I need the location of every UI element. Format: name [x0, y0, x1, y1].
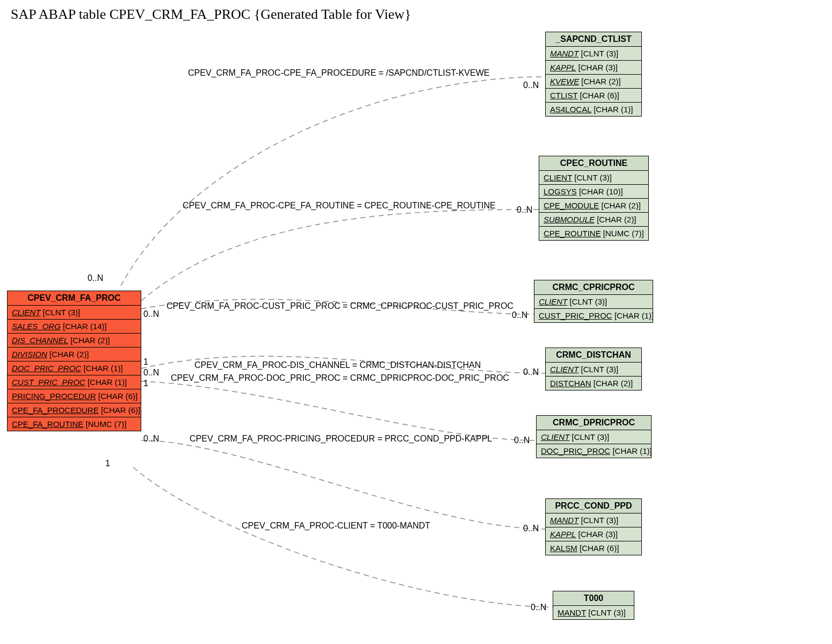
entity-main-field: CUST_PRIC_PROC [CHAR (1)] [8, 375, 141, 389]
entity-field: CPE_ROUTINE [NUMC (7)] [539, 227, 648, 240]
entity-crmc-dpricproc: CRMC_DPRICPROC CLIENT [CLNT (3)] DOC_PRI… [536, 415, 652, 458]
entity-crmc-cpricproc: CRMC_CPRICPROC CLIENT [CLNT (3)] CUST_PR… [534, 280, 653, 323]
entity-header: T000 [553, 591, 634, 606]
entity-main-field: CLIENT [CLNT (3)] [8, 306, 141, 320]
entity-main-field: SALES_ORG [CHAR (14)] [8, 320, 141, 334]
entity-header: PRCC_COND_PPD [546, 499, 641, 513]
entity-sapcnd-ctlist: _SAPCND_CTLIST MANDT [CLNT (3)] KAPPL [C… [545, 32, 642, 117]
cardinality: 0..N [512, 310, 527, 320]
cardinality: 0..N [531, 603, 546, 612]
entity-field: LOGSYS [CHAR (10)] [539, 185, 648, 199]
entity-field: KALSM [CHAR (6)] [546, 541, 641, 555]
relation-label: CPEV_CRM_FA_PROC-CPE_FA_PROCEDURE = /SAP… [188, 68, 489, 78]
entity-header: CRMC_DISTCHAN [546, 348, 641, 363]
entity-main-field: CPE_FA_ROUTINE [NUMC (7)] [8, 417, 141, 431]
cardinality: 0..N [143, 309, 159, 319]
cardinality: 0..N [143, 434, 159, 444]
relation-label: CPEV_CRM_FA_PROC-CLIENT = T000-MANDT [242, 521, 430, 531]
entity-header: CPEC_ROUTINE [539, 156, 648, 171]
cardinality: 0..N [514, 436, 530, 445]
entity-cpec-routine: CPEC_ROUTINE CLIENT [CLNT (3)] LOGSYS [C… [539, 156, 649, 241]
entity-main: CPEV_CRM_FA_PROC CLIENT [CLNT (3)] SALES… [7, 291, 141, 431]
entity-field: KAPPL [CHAR (3)] [546, 527, 641, 541]
entity-field: CPE_MODULE [CHAR (2)] [539, 199, 648, 213]
entity-crmc-distchan: CRMC_DISTCHAN CLIENT [CLNT (3)] DISTCHAN… [545, 348, 642, 390]
cardinality: 0..N [523, 524, 539, 533]
cardinality: 1 [105, 459, 110, 468]
entity-t000: T000 MANDT [CLNT (3)] [553, 591, 634, 620]
entity-main-field: DOC_PRIC_PROC [CHAR (1)] [8, 361, 141, 375]
entity-main-field: DIVISION [CHAR (2)] [8, 348, 141, 361]
entity-main-field: DIS_CHANNEL [CHAR (2)] [8, 334, 141, 348]
cardinality: 0..N [523, 367, 539, 377]
cardinality: 0..N [88, 273, 103, 283]
entity-field: CLIENT [CLNT (3)] [537, 430, 651, 444]
entity-field: MANDT [CLNT (3)] [546, 47, 641, 61]
entity-field: SUBMODULE [CHAR (2)] [539, 213, 648, 227]
entity-field: MANDT [CLNT (3)] [553, 606, 634, 619]
entity-header: CRMC_CPRICPROC [534, 280, 653, 295]
relation-label: CPEV_CRM_FA_PROC-CPE_FA_ROUTINE = CPEC_R… [183, 201, 496, 211]
entity-prcc-cond-ppd: PRCC_COND_PPD MANDT [CLNT (3)] KAPPL [CH… [545, 498, 642, 555]
entity-field: CLIENT [CLNT (3)] [539, 171, 648, 185]
entity-main-field: CPE_FA_PROCEDURE [CHAR (6)] [8, 403, 141, 417]
relation-label: CPEV_CRM_FA_PROC-PRICING_PROCEDUR = PRCC… [190, 434, 492, 444]
entity-main-header: CPEV_CRM_FA_PROC [8, 291, 141, 306]
entity-header: _SAPCND_CTLIST [546, 32, 641, 47]
entity-field: DOC_PRIC_PROC [CHAR (1)] [537, 444, 651, 458]
cardinality: 0..N [523, 81, 539, 90]
entity-field: CLIENT [CLNT (3)] [546, 363, 641, 377]
relation-label: CPEV_CRM_FA_PROC-DIS_CHANNEL = CRMC_DIST… [194, 360, 481, 370]
relation-label: CPEV_CRM_FA_PROC-DOC_PRIC_PROC = CRMC_DP… [171, 373, 509, 383]
entity-field: CLIENT [CLNT (3)] [534, 295, 653, 309]
entity-main-field: PRICING_PROCEDUR [CHAR (6)] [8, 389, 141, 403]
entity-field: CTLIST [CHAR (6)] [546, 89, 641, 103]
relation-label: CPEV_CRM_FA_PROC-CUST_PRIC_PROC = CRMC_C… [167, 301, 513, 311]
cardinality: 0..N [143, 368, 159, 378]
entity-field: CUST_PRIC_PROC [CHAR (1)] [534, 309, 653, 322]
entity-field: KVEWE [CHAR (2)] [546, 75, 641, 89]
cardinality: 0..N [517, 205, 532, 215]
entity-header: CRMC_DPRICPROC [537, 416, 651, 430]
entity-field: KAPPL [CHAR (3)] [546, 61, 641, 75]
entity-field: MANDT [CLNT (3)] [546, 513, 641, 527]
entity-field: DISTCHAN [CHAR (2)] [546, 377, 641, 390]
page-title: SAP ABAP table CPEV_CRM_FA_PROC {Generat… [11, 6, 411, 23]
cardinality: 1 [143, 357, 148, 367]
cardinality: 1 [143, 379, 148, 388]
entity-field: AS4LOCAL [CHAR (1)] [546, 103, 641, 116]
